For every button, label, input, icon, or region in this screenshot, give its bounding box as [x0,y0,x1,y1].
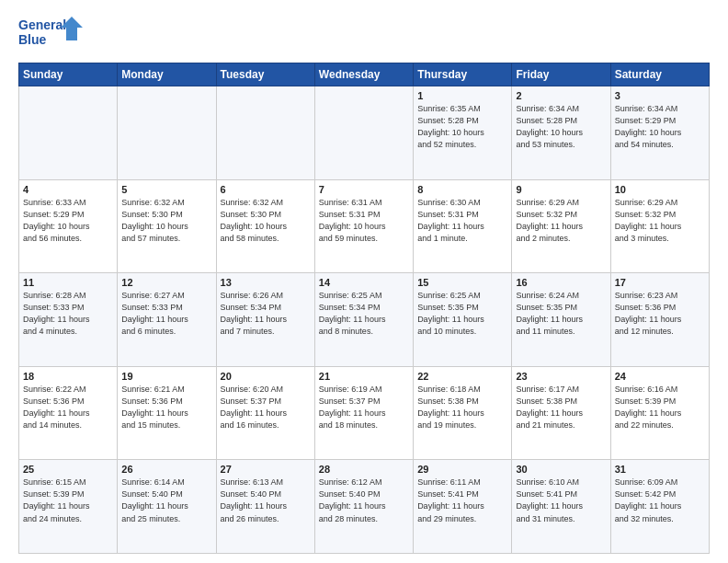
day-info: Sunrise: 6:09 AM Sunset: 5:42 PM Dayligh… [615,477,705,524]
day-info: Sunrise: 6:22 AM Sunset: 5:36 PM Dayligh… [23,384,113,431]
week-row-4: 18Sunrise: 6:22 AM Sunset: 5:36 PM Dayli… [19,366,710,460]
logo: General Blue [18,15,83,55]
day-info: Sunrise: 6:21 AM Sunset: 5:36 PM Dayligh… [121,384,211,431]
day-cell: 8Sunrise: 6:30 AM Sunset: 5:31 PM Daylig… [414,179,512,273]
day-info: Sunrise: 6:28 AM Sunset: 5:33 PM Dayligh… [23,290,113,338]
day-cell: 23Sunrise: 6:17 AM Sunset: 5:38 PM Dayli… [512,366,610,460]
day-number: 23 [516,371,606,382]
day-cell: 4Sunrise: 6:33 AM Sunset: 5:29 PM Daylig… [19,179,118,273]
calendar-header-row: SundayMondayTuesdayWednesdayThursdayFrid… [19,63,710,86]
day-number: 7 [319,184,409,195]
day-cell [216,86,314,180]
header-monday: Monday [118,63,216,86]
day-info: Sunrise: 6:25 AM Sunset: 5:34 PM Dayligh… [319,290,409,338]
day-number: 6 [221,184,311,195]
header-wednesday: Wednesday [314,63,413,86]
day-info: Sunrise: 6:24 AM Sunset: 5:35 PM Dayligh… [516,290,606,338]
week-row-3: 11Sunrise: 6:28 AM Sunset: 5:33 PM Dayli… [19,273,710,367]
day-number: 24 [615,371,705,382]
day-cell: 28Sunrise: 6:12 AM Sunset: 5:40 PM Dayli… [314,460,413,554]
day-number: 17 [615,277,705,288]
day-info: Sunrise: 6:23 AM Sunset: 5:36 PM Dayligh… [615,290,705,338]
day-number: 19 [121,371,211,382]
day-number: 11 [23,277,113,288]
day-cell: 29Sunrise: 6:11 AM Sunset: 5:41 PM Dayli… [414,460,512,554]
day-info: Sunrise: 6:15 AM Sunset: 5:39 PM Dayligh… [23,477,113,524]
day-cell: 17Sunrise: 6:23 AM Sunset: 5:36 PM Dayli… [610,273,709,367]
day-info: Sunrise: 6:10 AM Sunset: 5:41 PM Dayligh… [516,477,606,524]
day-info: Sunrise: 6:31 AM Sunset: 5:31 PM Dayligh… [319,197,409,245]
day-info: Sunrise: 6:32 AM Sunset: 5:30 PM Dayligh… [221,197,311,245]
day-info: Sunrise: 6:32 AM Sunset: 5:30 PM Dayligh… [121,197,211,245]
day-cell: 3Sunrise: 6:34 AM Sunset: 5:29 PM Daylig… [610,86,709,180]
day-number: 15 [417,277,507,288]
day-number: 5 [121,184,211,195]
day-cell: 11Sunrise: 6:28 AM Sunset: 5:33 PM Dayli… [19,273,118,367]
day-number: 13 [221,277,311,288]
week-row-1: 1Sunrise: 6:35 AM Sunset: 5:28 PM Daylig… [19,86,710,180]
day-number: 20 [221,371,311,382]
week-row-2: 4Sunrise: 6:33 AM Sunset: 5:29 PM Daylig… [19,179,710,273]
day-info: Sunrise: 6:29 AM Sunset: 5:32 PM Dayligh… [516,197,606,245]
header-sunday: Sunday [19,63,118,86]
day-number: 14 [319,277,409,288]
header-friday: Friday [512,63,610,86]
day-cell: 22Sunrise: 6:18 AM Sunset: 5:38 PM Dayli… [414,366,512,460]
day-number: 27 [221,464,311,475]
week-row-5: 25Sunrise: 6:15 AM Sunset: 5:39 PM Dayli… [19,460,710,554]
day-cell: 6Sunrise: 6:32 AM Sunset: 5:30 PM Daylig… [216,179,314,273]
day-info: Sunrise: 6:11 AM Sunset: 5:41 PM Dayligh… [417,477,507,524]
day-cell: 13Sunrise: 6:26 AM Sunset: 5:34 PM Dayli… [216,273,314,367]
day-number: 26 [121,464,211,475]
day-info: Sunrise: 6:26 AM Sunset: 5:34 PM Dayligh… [221,290,311,338]
day-info: Sunrise: 6:25 AM Sunset: 5:35 PM Dayligh… [417,290,507,338]
header-saturday: Saturday [610,63,709,86]
day-info: Sunrise: 6:34 AM Sunset: 5:28 PM Dayligh… [516,103,606,151]
day-number: 21 [319,371,409,382]
day-info: Sunrise: 6:12 AM Sunset: 5:40 PM Dayligh… [319,477,409,524]
day-cell: 21Sunrise: 6:19 AM Sunset: 5:37 PM Dayli… [314,366,413,460]
day-cell: 9Sunrise: 6:29 AM Sunset: 5:32 PM Daylig… [512,179,610,273]
day-info: Sunrise: 6:33 AM Sunset: 5:29 PM Dayligh… [23,197,113,245]
day-cell [19,86,118,180]
day-number: 3 [615,90,705,101]
day-cell: 10Sunrise: 6:29 AM Sunset: 5:32 PM Dayli… [610,179,709,273]
day-cell: 5Sunrise: 6:32 AM Sunset: 5:30 PM Daylig… [118,179,216,273]
day-info: Sunrise: 6:34 AM Sunset: 5:29 PM Dayligh… [615,103,705,151]
day-info: Sunrise: 6:18 AM Sunset: 5:38 PM Dayligh… [417,384,507,431]
day-cell: 2Sunrise: 6:34 AM Sunset: 5:28 PM Daylig… [512,86,610,180]
day-cell: 16Sunrise: 6:24 AM Sunset: 5:35 PM Dayli… [512,273,610,367]
day-cell: 18Sunrise: 6:22 AM Sunset: 5:36 PM Dayli… [19,366,118,460]
day-cell: 25Sunrise: 6:15 AM Sunset: 5:39 PM Dayli… [19,460,118,554]
day-info: Sunrise: 6:13 AM Sunset: 5:40 PM Dayligh… [221,477,311,524]
page: General Blue SundayMondayTuesdayWednesda… [0,0,728,563]
day-info: Sunrise: 6:27 AM Sunset: 5:33 PM Dayligh… [121,290,211,338]
day-number: 30 [516,464,606,475]
day-cell: 26Sunrise: 6:14 AM Sunset: 5:40 PM Dayli… [118,460,216,554]
day-cell: 12Sunrise: 6:27 AM Sunset: 5:33 PM Dayli… [118,273,216,367]
day-number: 22 [417,371,507,382]
day-info: Sunrise: 6:20 AM Sunset: 5:37 PM Dayligh… [221,384,311,431]
day-number: 10 [615,184,705,195]
day-number: 2 [516,90,606,101]
day-number: 31 [615,464,705,475]
header: General Blue [18,15,710,55]
day-cell: 27Sunrise: 6:13 AM Sunset: 5:40 PM Dayli… [216,460,314,554]
day-cell: 24Sunrise: 6:16 AM Sunset: 5:39 PM Dayli… [610,366,709,460]
day-number: 1 [417,90,507,101]
day-info: Sunrise: 6:35 AM Sunset: 5:28 PM Dayligh… [417,103,507,151]
day-number: 4 [23,184,113,195]
day-cell: 14Sunrise: 6:25 AM Sunset: 5:34 PM Dayli… [314,273,413,367]
day-number: 16 [516,277,606,288]
logo-svg: General Blue [18,15,83,55]
day-info: Sunrise: 6:17 AM Sunset: 5:38 PM Dayligh… [516,384,606,431]
calendar: SundayMondayTuesdayWednesdayThursdayFrid… [18,63,710,554]
day-number: 12 [121,277,211,288]
day-number: 18 [23,371,113,382]
svg-text:Blue: Blue [18,32,47,47]
svg-text:General: General [18,17,66,32]
day-number: 9 [516,184,606,195]
day-cell: 15Sunrise: 6:25 AM Sunset: 5:35 PM Dayli… [414,273,512,367]
day-info: Sunrise: 6:14 AM Sunset: 5:40 PM Dayligh… [121,477,211,524]
day-cell [118,86,216,180]
